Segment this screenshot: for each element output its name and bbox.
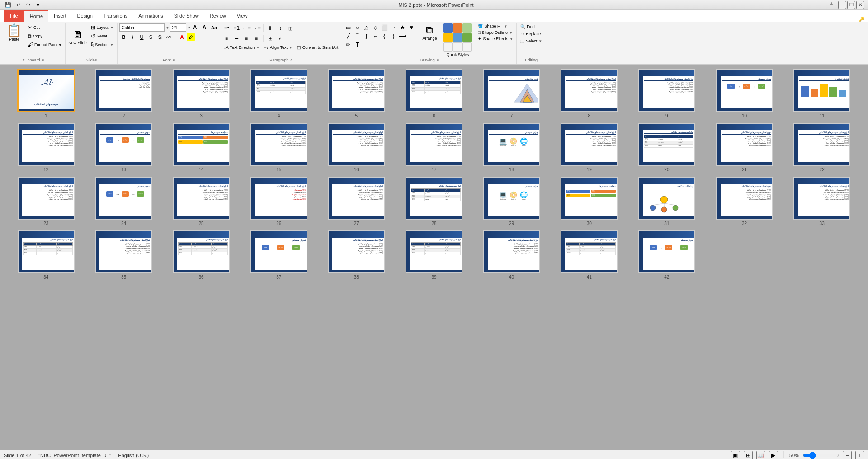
section-button[interactable]: § Section ▼: [89, 41, 116, 49]
slide-thumb-wrapper-15[interactable]: انواع اصلی سیستم‌های اطلاعاتی • سیستم‌ها…: [242, 123, 316, 172]
slide-thumb-25[interactable]: انواع اصلی سیستم‌های اطلاعاتی • سیستم‌ها…: [173, 177, 230, 220]
triangle-shape-button[interactable]: △: [362, 23, 370, 32]
tab-home[interactable]: Home: [24, 10, 48, 22]
slide-thumb-22[interactable]: انواع اصلی سیستم‌های اطلاعاتی • سیستم‌ها…: [793, 123, 850, 166]
connector-button[interactable]: ⌐: [371, 32, 379, 40]
arrange-button[interactable]: ⧉ Arrange: [420, 23, 439, 42]
slide-thumb-wrapper-32[interactable]: انواع اصلی سیستم‌های اطلاعاتی • سیستم‌ها…: [708, 177, 782, 226]
tab-transitions[interactable]: Transitions: [98, 10, 133, 22]
slide-thumb-wrapper-19[interactable]: انواع اصلی سیستم‌های اطلاعاتی • سیستم‌ها…: [552, 123, 626, 172]
slide-thumb-wrapper-36[interactable]: انواع اصلی سیستم‌های اطلاعاتی نوع کاربرد…: [164, 230, 238, 280]
style-3[interactable]: [462, 23, 472, 33]
text-direction-button[interactable]: ↕A Text Direction ▼: [222, 44, 261, 51]
slide-thumb-wrapper-26[interactable]: انواع اصلی سیستم‌های اطلاعاتی • سیستم‌ها…: [242, 177, 316, 226]
slide-thumb-wrapper-35[interactable]: انواع اصلی سیستم‌های اطلاعاتی • سیستم‌ها…: [87, 230, 161, 280]
tab-view[interactable]: View: [231, 10, 253, 22]
slide-thumb-wrapper-40[interactable]: انواع اصلی سیستم‌های اطلاعاتی • سیستم‌ها…: [475, 230, 549, 280]
shape-outline-button[interactable]: □ Shape Outline ▼: [476, 30, 514, 35]
zoom-out-button[interactable]: −: [843, 451, 852, 459]
slide-thumb-wrapper-7[interactable]: هرم سازمانی 7: [475, 69, 549, 118]
restore-button[interactable]: ❐: [847, 1, 855, 9]
slide-thumb-17[interactable]: انواع اصلی سیستم‌های اطلاعاتی • سیستم‌ها…: [406, 123, 462, 166]
slide-thumb-wrapper-22[interactable]: انواع اصلی سیستم‌های اطلاعاتی • سیستم‌ها…: [785, 123, 859, 172]
slide-thumb-10[interactable]: نمودار سیستم ورودی → پردازش → خروجی: [716, 69, 773, 112]
font-size-arrow[interactable]: ▼: [187, 26, 191, 30]
line-spacing-button[interactable]: ↕: [276, 23, 285, 33]
style-1[interactable]: [443, 23, 453, 33]
new-slide-button[interactable]: 🖹 New Slide: [67, 23, 88, 52]
copy-button[interactable]: ⧉ Copy: [26, 32, 63, 40]
slide-thumb-wrapper-17[interactable]: انواع اصلی سیستم‌های اطلاعاتی • سیستم‌ها…: [397, 123, 471, 172]
paragraph-expand-icon[interactable]: ↗: [289, 58, 292, 62]
close-button[interactable]: ✕: [856, 1, 864, 9]
slide-thumb-30[interactable]: مقایسه سیستم‌ها TPS MIS DSS ESS: [561, 177, 618, 220]
zoom-in-button[interactable]: +: [855, 451, 864, 459]
slide-thumb-wrapper-29[interactable]: اجزای سیستم 💻سخت‌افزار 📀نرم‌افزار 🌐شبکه …: [475, 177, 549, 226]
smartart-button[interactable]: ◫: [286, 23, 295, 33]
slide-thumb-31[interactable]: ارتباطات شبکه‌ای: [638, 177, 695, 220]
redo-qat-button[interactable]: ↪: [24, 0, 33, 9]
slide-thumb-wrapper-6[interactable]: انواع اصلی سیستم‌های اطلاعاتی نوع کاربرد…: [397, 69, 471, 118]
sign-in-link[interactable]: 🔑: [859, 17, 864, 22]
slide-thumb-wrapper-33[interactable]: انواع اصلی سیستم‌های اطلاعاتی • سیستم‌ها…: [785, 177, 859, 226]
slide-thumb-wrapper-1[interactable]: 𝓐𝓵 سیستمهای اطلاعات 1: [9, 69, 83, 118]
slide-thumb-wrapper-10[interactable]: نمودار سیستم ورودی → پردازش → خروجی 10: [708, 69, 782, 118]
slide-thumb-wrapper-21[interactable]: انواع اصلی سیستم‌های اطلاعاتی • سیستم‌ها…: [708, 123, 782, 172]
slide-thumb-wrapper-30[interactable]: مقایسه سیستم‌ها TPS MIS DSS ESS 30: [552, 177, 626, 226]
slide-thumb-wrapper-5[interactable]: انواع اصلی سیستم‌های اطلاعاتی • سیستم‌ها…: [320, 69, 394, 118]
clipboard-expand-icon[interactable]: ↗: [41, 58, 44, 62]
replace-button[interactable]: ↔ Replace: [519, 31, 544, 37]
slide-thumb-15[interactable]: انواع اصلی سیستم‌های اطلاعاتی • سیستم‌ها…: [250, 123, 307, 166]
slide-thumb-38[interactable]: انواع اصلی سیستم‌های اطلاعاتی • سیستم‌ها…: [328, 230, 385, 273]
slide-thumb-20[interactable]: انواع اصلی سیستم‌های اطلاعاتی نوع کاربرد…: [638, 123, 695, 166]
rtl-button[interactable]: ↲: [276, 34, 285, 43]
style-9[interactable]: [462, 42, 472, 52]
slides-panel[interactable]: 𝓐𝓵 سیستمهای اطلاعات 1 سیستم‌های اطلاعاتی…: [0, 65, 868, 450]
line-button[interactable]: ╱: [344, 32, 352, 40]
convert-smartart-button[interactable]: ◫ Convert to SmartArt: [295, 44, 340, 51]
slide-thumb-29[interactable]: اجزای سیستم 💻سخت‌افزار 📀نرم‌افزار 🌐شبکه: [483, 177, 540, 220]
slide-thumb-40[interactable]: انواع اصلی سیستم‌های اطلاعاتی • سیستم‌ها…: [483, 230, 540, 273]
slide-thumb-26[interactable]: انواع اصلی سیستم‌های اطلاعاتی • سیستم‌ها…: [250, 177, 307, 220]
increase-indent-button[interactable]: →≡: [252, 23, 261, 33]
undo-qat-button[interactable]: ↩: [14, 0, 23, 9]
zoom-slider[interactable]: [803, 453, 839, 458]
slide-sorter-button[interactable]: ⊞: [744, 451, 753, 459]
bracket-button[interactable]: {: [380, 32, 388, 40]
minimize-button[interactable]: ─: [838, 1, 846, 9]
char-spacing-button[interactable]: AV: [165, 33, 173, 41]
slide-thumb-24[interactable]: نمودار سیستم ورودی → پردازش → خروجی: [95, 177, 152, 220]
slide-thumb-14[interactable]: مقایسه سیستم‌ها TPS MIS DSS ESS: [173, 123, 230, 166]
style-7[interactable]: [443, 42, 453, 52]
slide-thumb-wrapper-39[interactable]: انواع اصلی سیستم‌های اطلاعاتی نوع کاربرد…: [397, 230, 471, 280]
slide-thumb-6[interactable]: انواع اصلی سیستم‌های اطلاعاتی نوع کاربرد…: [406, 69, 462, 112]
curve-button[interactable]: ∫: [362, 32, 370, 40]
slide-thumb-7[interactable]: هرم سازمانی: [483, 69, 540, 112]
center-button[interactable]: ☰: [232, 34, 241, 43]
slide-thumb-27[interactable]: انواع اصلی سیستم‌های اطلاعاتی • سیستم‌ها…: [328, 177, 385, 220]
normal-view-button[interactable]: ▣: [731, 451, 740, 459]
tab-review[interactable]: Review: [204, 10, 231, 22]
slide-thumb-wrapper-13[interactable]: نمودار سیستم ورودی → پردازش → خروجی 13: [87, 123, 161, 172]
font-name-input[interactable]: [119, 23, 165, 32]
slideshow-button[interactable]: ▶: [769, 451, 778, 459]
slide-thumb-wrapper-27[interactable]: انواع اصلی سیستم‌های اطلاعاتی • سیستم‌ها…: [320, 177, 394, 226]
slide-thumb-wrapper-11[interactable]: تحلیل عملکرد 11: [785, 69, 859, 118]
callout-shape-button[interactable]: ⬜: [380, 23, 388, 32]
decrease-indent-button[interactable]: ←≡: [242, 23, 251, 33]
slide-thumb-19[interactable]: انواع اصلی سیستم‌های اطلاعاتی • سیستم‌ها…: [561, 123, 618, 166]
tab-file[interactable]: File: [4, 10, 24, 22]
select-button[interactable]: ⬚ Select ▼: [519, 38, 544, 44]
slide-thumb-36[interactable]: انواع اصلی سیستم‌های اطلاعاتی نوع کاربرد…: [173, 230, 230, 273]
slide-thumb-11[interactable]: تحلیل عملکرد: [793, 69, 850, 112]
diamond-shape-button[interactable]: ◇: [371, 23, 379, 32]
slide-thumb-wrapper-16[interactable]: انواع اصلی سیستم‌های اطلاعاتی • سیستم‌ها…: [320, 123, 394, 172]
slide-thumb-wrapper-41[interactable]: انواع اصلی سیستم‌های اطلاعاتی نوع کاربرد…: [552, 230, 626, 280]
slide-thumb-39[interactable]: انواع اصلی سیستم‌های اطلاعاتی نوع کاربرد…: [406, 230, 462, 273]
slide-thumb-wrapper-3[interactable]: انواع اصلی سیستم‌های اطلاعاتی • سیستم‌ها…: [164, 69, 238, 118]
slide-thumb-wrapper-2[interactable]: سیستم‌های اطلاعاتی مدیریت • مفاهیم پایه …: [87, 69, 161, 118]
slide-thumb-wrapper-28[interactable]: انواع اصلی سیستم‌های اطلاعاتی نوع کاربرد…: [397, 177, 471, 226]
strikethrough-button[interactable]: S: [146, 33, 155, 41]
font-expand-icon[interactable]: ↗: [172, 58, 175, 62]
textbox-button[interactable]: T: [353, 41, 361, 49]
